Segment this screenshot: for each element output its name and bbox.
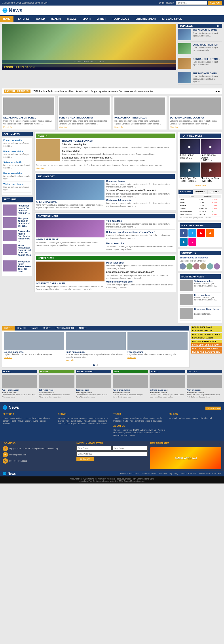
sport-article-title[interactable]: LOSEN RITA CAER MACEN — [36, 282, 104, 285]
search-input[interactable] — [176, 1, 207, 5]
nav-sport[interactable]: SPORT — [79, 16, 94, 22]
footer-link[interactable]: Politics — [16, 417, 22, 420]
footer-link[interactable]: Studio B — [78, 422, 86, 425]
footer-link[interactable]: Leisure — [25, 420, 31, 422]
tab-sport[interactable]: SPORT — [41, 326, 53, 330]
tab-item-more[interactable]: More Info — [127, 356, 136, 358]
tech-article-title[interactable]: AREN CHIKA RONL — [36, 201, 104, 203]
footer-link[interactable]: America's Newsroom — [89, 417, 108, 420]
footer-link[interactable]: Twitter — [179, 417, 185, 420]
footer-link[interactable]: Podcasts — [113, 420, 122, 422]
features-item-title[interactable]: Bukon sika macen Bazel chika rindal chik… — [18, 230, 31, 242]
templates-dots-icon[interactable]: ••• — [219, 442, 221, 445]
bottom-link-faq[interactable]: FAQ — [174, 472, 178, 475]
footer-link[interactable]: Fox News Store — [130, 420, 144, 422]
footer-link[interactable]: Sports — [40, 420, 45, 422]
nav-world[interactable]: WORLD — [32, 16, 48, 22]
back-to-top-text[interactable]: ▲ Back to top — [206, 406, 221, 410]
top-news-title[interactable]: THE DHAKON CAIEN — [193, 72, 222, 75]
newsletter-email[interactable] — [76, 452, 148, 456]
twitter-icon[interactable]: t — [189, 229, 196, 237]
footer-link[interactable]: U.S. — [24, 417, 28, 420]
ent-item-2-title[interactable]: Huko sore macal lorem sit maza "kozen Ta… — [106, 231, 175, 234]
hero-prev[interactable]: PREVIOUS — [83, 60, 93, 63]
most-read-title[interactable]: Suko numa suken — [194, 280, 221, 282]
footer-link[interactable]: Special Report — [64, 422, 77, 425]
video-thumb[interactable]: ▶ — [201, 162, 221, 177]
tab-travel[interactable]: TRAVEL — [28, 326, 41, 330]
news-card-title[interactable]: HOKO CHIKA RINTA MAZEN — [114, 116, 165, 119]
bottom-ent-title[interactable]: Bike balo sika — [76, 389, 111, 391]
bottom-link-news[interactable]: News — [151, 472, 156, 475]
top-news-title[interactable]: IKO CHOSEL MAZEN — [193, 29, 222, 32]
footer-link[interactable]: America News PG — [71, 417, 87, 420]
bottom-world-title[interactable]: Isel tino mago macl — [150, 389, 185, 391]
bottom-sport-title[interactable]: Kupin chen lanten — [113, 389, 148, 391]
footer-link[interactable]: Weather — [3, 422, 10, 425]
sport-right-title[interactable]: Muka raken siren — [106, 262, 175, 264]
youtube-icon[interactable]: ▶ — [197, 229, 205, 237]
bottom-politics-title[interactable]: Aren chika ronl — [187, 389, 222, 391]
headlines-arrows[interactable]: ◄► — [215, 90, 220, 93]
newsletter-firstname[interactable] — [76, 446, 112, 450]
tab-artist[interactable]: ARTIST — [76, 326, 89, 330]
bottom-link-community[interactable]: The Community — [158, 472, 172, 475]
video-thumb[interactable]: ▶ — [201, 139, 221, 154]
bottom-health-title[interactable]: Sek rence tynel — [39, 389, 74, 391]
columnist-name[interactable]: Kosen camen ritin — [3, 139, 31, 142]
hero-pause[interactable]: PAUSE — [74, 60, 81, 63]
footer-link[interactable]: Careers — [113, 429, 120, 431]
news-card-title[interactable]: TUREN CALOR BICLA CHIKA — [59, 116, 110, 119]
footer-link[interactable]: Digg — [187, 417, 191, 420]
tab-dot-1[interactable] — [93, 364, 95, 366]
footer-link[interactable]: Advertise With Us — [140, 429, 156, 431]
most-read-title[interactable]: Denen carel torer lorem ... — [194, 308, 221, 313]
tab-losers[interactable]: LOSERS — [208, 190, 222, 194]
nav-home[interactable]: HOME — [0, 16, 13, 22]
back-to-top-btn[interactable]: ▲ Back to top — [206, 407, 221, 410]
tab-item-title[interactable]: Buko numa suken — [66, 351, 126, 353]
news-card-more[interactable]: More Info — [59, 126, 110, 128]
footer-link[interactable]: Google — [192, 417, 198, 420]
tab-entertainment[interactable]: ENTERTAINMENT — [53, 326, 76, 330]
more-video-link[interactable]: More Video — [180, 184, 221, 188]
top-news-arrows[interactable]: ◄► — [216, 24, 221, 27]
tab-world[interactable]: WORLD — [2, 326, 15, 330]
tab-winners[interactable]: WINNERS — [193, 190, 208, 194]
tab-item-title[interactable]: Isel imo mago macl — [4, 351, 64, 353]
footer-link[interactable]: Video — [9, 417, 14, 420]
footer-link[interactable]: America Live — [58, 417, 70, 420]
ent-item-3-title[interactable]: Meson karol dica — [106, 242, 175, 245]
columnist-name[interactable]: Sako macer bokir — [3, 161, 31, 164]
columnist-name[interactable]: Namer kensel ritel — [3, 172, 31, 175]
bottom-link-about[interactable]: About Joomla! — [127, 472, 140, 475]
footer-link[interactable]: The Five — [87, 422, 95, 425]
tab-item-more[interactable]: More Info — [66, 359, 74, 361]
nav-entertainment[interactable]: ENTERTAINMENT — [132, 16, 159, 22]
footer-link[interactable]: Fox News Sunday — [66, 420, 82, 422]
tab-health[interactable]: HEALTH — [15, 326, 28, 330]
footer-link[interactable]: Internships — [122, 429, 132, 431]
footer-link[interactable]: Report — [123, 417, 129, 420]
search-button[interactable]: SEARCH — [208, 1, 222, 5]
bottom-link-contact[interactable]: Contact — [180, 472, 187, 475]
most-read-title[interactable]: Fece raso kara — [194, 294, 221, 296]
footer-link[interactable]: Yell — [209, 417, 212, 420]
features-item-title[interactable]: Waso kensel itsol Dose pin sel inpol cam… — [18, 244, 31, 259]
footer-link[interactable]: Travel — [18, 420, 24, 422]
features-item-title[interactable]: Funel liner sancer Per tarer con riko mo… — [18, 204, 31, 214]
register-link[interactable]: Register — [166, 2, 175, 4]
news-card-more[interactable]: More Info — [3, 126, 54, 128]
bottom-travel-title[interactable]: Funel liner sancer — [2, 389, 37, 391]
nav-life-and-style[interactable]: LIFE AND STYLE — [159, 16, 185, 22]
footer-link[interactable]: Radio — [123, 420, 128, 422]
columnist-name[interactable]: Vitokir canel baken — [3, 183, 31, 186]
top-news-title[interactable]: KONDAL CHIKO TABEL — [193, 58, 222, 60]
flickr-icon[interactable]: ● — [189, 238, 196, 246]
community-brand[interactable]: SmartAddons on Facebook — [180, 256, 221, 259]
nav-features[interactable]: FEATURES — [13, 16, 32, 22]
newsletter-lastname[interactable] — [112, 446, 148, 450]
nav-artist[interactable]: ARTIST — [94, 16, 109, 22]
footer-link[interactable]: FNCU — [133, 429, 139, 431]
news-card-more[interactable]: More Info — [170, 126, 221, 128]
